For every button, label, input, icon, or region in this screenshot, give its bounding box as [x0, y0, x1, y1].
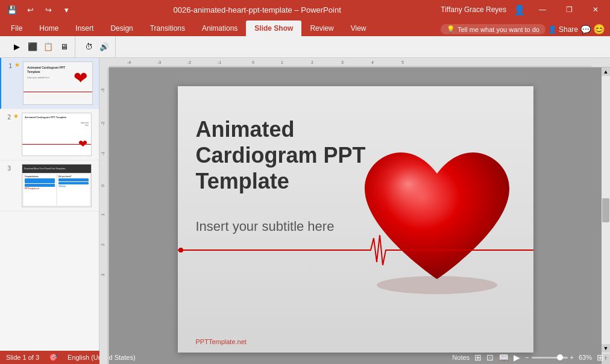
emoji-icon[interactable]: 😊 — [593, 24, 605, 35]
svg-text:3: 3 — [341, 60, 344, 64]
zoom-out-icon[interactable]: − — [525, 354, 529, 361]
heart-container — [353, 134, 521, 303]
thumb3-top-text: Download More Free PowerPoint Templates — [24, 168, 65, 170]
user-name: Tiffany Grace Reyes — [441, 5, 506, 14]
tab-view[interactable]: View — [342, 20, 375, 36]
thumb2-title: Animated Cardiogram PPT Template — [25, 116, 66, 119]
slide-show-icon[interactable]: ▶ — [514, 353, 520, 362]
customize-icon[interactable]: ▾ — [59, 2, 74, 17]
ribbon-group-2: ⏱ 🔊 — [78, 36, 116, 57]
thumb1-ecg-line — [24, 92, 92, 92]
redo-icon[interactable]: ↪ — [41, 2, 55, 17]
ruler-row-top: -4 -3 -2 -1 0 1 2 3 4 5 — [99, 58, 610, 67]
title-bar: 💾 ↩ ↪ ▾ 0026-animated-heart-ppt-template… — [0, 0, 610, 19]
thumb3-col1-title: Congratulations — [25, 175, 55, 178]
minimize-button[interactable]: — — [533, 0, 552, 19]
svg-text:-4: -4 — [127, 60, 131, 64]
horizontal-ruler: -4 -3 -2 -1 0 1 2 3 4 5 — [109, 58, 610, 67]
ribbon-body: ▶ ⬛ 📋 🖥 ⏱ 🔊 — [0, 36, 610, 58]
titlebar-left: 💾 ↩ ↪ ▾ — [5, 2, 74, 17]
notes-button[interactable]: Notes — [452, 354, 470, 361]
tab-file[interactable]: File — [2, 20, 31, 36]
reading-view-icon[interactable]: 📖 — [498, 353, 509, 362]
thumb2-subtitle: Insert texthere — [81, 122, 89, 127]
zoom-controls: − + — [525, 354, 574, 361]
tab-home[interactable]: Home — [31, 20, 67, 36]
svg-text:5: 5 — [401, 60, 404, 64]
zoom-in-icon[interactable]: + — [570, 354, 574, 361]
slide-star-1: ★ — [14, 61, 20, 68]
canvas-region: -4 -3 -2 -1 0 1 2 3 4 5 — [99, 58, 610, 351]
tab-transitions[interactable]: Transitions — [142, 20, 193, 36]
ribbon-btn-6[interactable]: 🔊 — [97, 40, 112, 54]
slide-info: Slide 1 of 3 — [6, 354, 39, 361]
scrollbar-right[interactable]: ▲ ▼ ↑ ↓ — [602, 67, 610, 364]
ribbon-right-controls: 💡 Tell me what you want to do 👤 Share 💬 … — [441, 24, 610, 36]
tab-review[interactable]: Review — [301, 20, 342, 36]
slide-panel: 1 ★ Animated Cardiogram PPTTemplate Inse… — [0, 58, 99, 351]
svg-text:-2: -2 — [187, 60, 191, 64]
svg-point-21 — [377, 276, 497, 294]
tell-me-label: Tell me what you want to do — [457, 26, 539, 33]
fit-slide-icon[interactable]: ⊞ — [597, 353, 604, 362]
ribbon-btn-5[interactable]: ⏱ — [81, 40, 96, 54]
ribbon-group-main: ▶ ⬛ 📋 🖥 — [6, 36, 75, 57]
restore-button[interactable]: ❐ — [559, 0, 579, 19]
slide-item-1[interactable]: 1 ★ Animated Cardiogram PPTTemplate Inse… — [0, 58, 99, 109]
svg-point-24 — [178, 248, 183, 253]
ribbon-btn-2[interactable]: ⬛ — [25, 40, 40, 54]
slide-thumb-3: Download More Free PowerPoint Templates … — [22, 164, 92, 207]
tab-insert[interactable]: Insert — [67, 20, 102, 36]
tab-slideshow[interactable]: Slide Show — [246, 20, 301, 36]
slide-canvas: Animated Cardiogram PPT Template Insert … — [109, 67, 602, 364]
tab-design[interactable]: Design — [102, 20, 141, 36]
accessibility-icon[interactable]: 🎯 — [49, 353, 58, 362]
close-button[interactable]: ✕ — [586, 0, 605, 19]
ribbon-btn-4[interactable]: 🖥 — [57, 40, 71, 54]
zoom-percent: 63% — [579, 354, 592, 361]
titlebar-right: Tiffany Grace Reyes 👤 — ❐ ✕ — [441, 0, 605, 19]
ribbon-btn-1[interactable]: ▶ — [10, 40, 24, 54]
zoom-thumb[interactable] — [557, 354, 563, 360]
svg-text:0: 0 — [101, 184, 105, 187]
slide-sorter-icon[interactable]: ⊡ — [486, 353, 494, 362]
account-icon[interactable]: 👤 — [514, 4, 526, 16]
normal-view-icon[interactable]: ⊞ — [474, 353, 482, 362]
svg-text:4: 4 — [371, 60, 374, 64]
svg-text:-3: -3 — [157, 60, 161, 64]
slide-number-2: 2 — [2, 113, 11, 121]
share-person-icon: 👤 — [548, 25, 557, 34]
slide-star-3: ★ — [13, 164, 19, 171]
svg-text:1: 1 — [101, 213, 105, 216]
zoom-slider[interactable] — [532, 357, 568, 359]
slide-row: -3 -2 -1 0 1 2 3 Animated Cardiogram PPT… — [99, 67, 610, 364]
vertical-ruler: -3 -2 -1 0 1 2 3 — [99, 67, 109, 364]
slide-item-3[interactable]: 3 ★ Download More Free PowerPoint Templa… — [0, 160, 99, 212]
svg-text:-1: -1 — [218, 60, 221, 64]
share-label: Share — [559, 25, 578, 34]
scroll-up-arrow[interactable]: ▲ — [602, 67, 610, 76]
ribbon-btn-3[interactable]: 📋 — [41, 40, 55, 54]
svg-text:3: 3 — [101, 274, 105, 276]
ribbon-tabs: File Home Insert Design Transitions Anim… — [0, 19, 610, 36]
slide-thumb-2: Animated Cardiogram PPT Template Insert … — [22, 113, 92, 156]
slide-main[interactable]: Animated Cardiogram PPT Template Insert … — [178, 86, 533, 353]
undo-icon[interactable]: ↩ — [23, 2, 37, 17]
scroll-down-arrow[interactable]: ▼ — [602, 344, 610, 353]
thumb1-heart-icon: ❤ — [74, 68, 87, 88]
comment-icon[interactable]: 💬 — [580, 25, 591, 34]
slide-number-1: 1 — [4, 61, 12, 69]
ruler-corner — [99, 58, 109, 67]
tell-me-input[interactable]: 💡 Tell me what you want to do — [441, 24, 546, 34]
save-icon[interactable]: 💾 — [5, 2, 19, 17]
share-button[interactable]: 👤 Share — [548, 25, 578, 34]
thumb3-logo1: PPTTemplate.net — [25, 187, 55, 190]
slide-item-2[interactable]: 2 ★ Animated Cardiogram PPT Template Ins… — [0, 109, 99, 160]
slide-star-2: ★ — [13, 113, 19, 119]
thumb3-logo2: slidesgo — [58, 185, 89, 187]
thumb1-title: Animated Cardiogram PPTTemplate — [27, 66, 65, 74]
tab-animations[interactable]: Animations — [193, 20, 246, 36]
scroll-thumb[interactable] — [602, 198, 609, 222]
window-title: 0026-animated-heart-ppt-template – Power… — [74, 5, 441, 14]
svg-rect-0 — [109, 58, 610, 67]
